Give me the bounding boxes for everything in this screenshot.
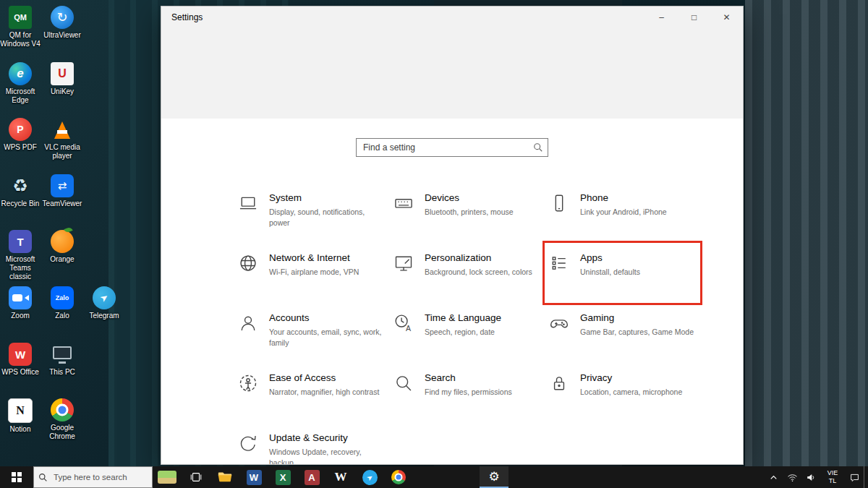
volume-tray-icon[interactable] [801, 466, 820, 488]
this-pc-icon [51, 343, 74, 366]
minimize-button[interactable]: – [645, 7, 678, 28]
tile-name: System [269, 192, 385, 205]
settings-tile-privacy[interactable]: Privacy Location, camera, microphone [545, 363, 700, 423]
settings-tile-network[interactable]: Network & Internet Wi-Fi, airplane mode,… [234, 243, 389, 303]
taskbar-search-input[interactable] [52, 472, 148, 482]
phone-icon [549, 193, 571, 216]
tile-desc: Game Bar, captures, Game Mode [580, 327, 694, 338]
desktop-icon-telegram[interactable]: ➤ Telegram [84, 286, 124, 320]
settings-tile-devices[interactable]: Devices Bluetooth, printers, mouse [389, 183, 545, 243]
desktop-icon-label: VLC media player [42, 143, 82, 160]
start-button[interactable] [0, 466, 33, 488]
desktop-icon-this-pc[interactable]: This PC [42, 343, 82, 377]
tile-desc: Narrator, magnifier, high contrast [269, 387, 379, 398]
settings-tile-accounts[interactable]: Accounts Your accounts, email, sync, wor… [234, 303, 389, 363]
system-icon [238, 193, 260, 216]
chrome-taskbar-icon[interactable] [384, 466, 413, 488]
news-interests-icon[interactable] [153, 466, 182, 488]
vlc-icon [51, 118, 74, 141]
orange-icon [51, 230, 74, 253]
desktop-icon-label: Microsoft Teams classic [0, 255, 41, 281]
tile-name: Ease of Access [269, 372, 379, 385]
settings-taskbar-icon[interactable]: ⚙ [480, 466, 509, 488]
tile-desc: Location, camera, microphone [580, 387, 682, 398]
desktop-icon-label: WPS Office [0, 368, 41, 377]
settings-tile-time-language[interactable]: A Time & Language Speech, region, date [389, 303, 545, 363]
desktop-icon-wps-office[interactable]: W WPS Office [0, 343, 41, 377]
desktop-icon-label: TeamViewer [42, 200, 82, 208]
wps-pdf-icon: P [9, 118, 32, 141]
action-center-icon [849, 472, 860, 483]
zalo-icon: Zalo [51, 286, 74, 309]
find-a-setting-input[interactable] [356, 138, 548, 157]
gear-icon: ⚙ [488, 469, 499, 484]
close-button[interactable]: ✕ [710, 7, 743, 28]
tile-desc: Your accounts, email, sync, work, family [269, 327, 385, 348]
wifi-icon [787, 472, 798, 483]
network-tray-icon[interactable] [783, 466, 801, 488]
word-icon[interactable]: W [239, 466, 268, 488]
desktop-icon-teams-classic[interactable]: T Microsoft Teams classic [0, 230, 41, 281]
tile-name: Privacy [580, 372, 682, 385]
settings-tile-phone[interactable]: Phone Link your Android, iPhone [545, 183, 700, 243]
teams-icon: T [9, 230, 32, 253]
taskbar-search[interactable] [33, 466, 153, 488]
desktop-icon-label: Orange [42, 255, 82, 264]
apps-icon [549, 253, 571, 276]
settings-tile-system[interactable]: System Display, sound, notifications, po… [234, 183, 389, 243]
desktop-icon-wps-pdf[interactable]: P WPS PDF [0, 118, 41, 152]
zoom-icon [9, 286, 32, 309]
gaming-controller-icon [549, 313, 571, 336]
desktop-icon-qm-for-windows[interactable]: QM QM for Windows V4 [0, 6, 41, 48]
language-indicator[interactable]: VIE TL [820, 469, 845, 486]
settings-window: Settings – □ ✕ System Display, sound, no… [161, 6, 744, 465]
svg-text:A: A [406, 324, 411, 333]
action-center-button[interactable] [845, 466, 864, 488]
desktop-icon-teamviewer[interactable]: ⇄ TeamViewer [42, 174, 82, 208]
desktop-icon-microsoft-edge[interactable]: e Microsoft Edge [0, 62, 41, 105]
settings-tile-personalization[interactable]: Personalization Background, lock screen,… [389, 243, 545, 303]
tile-desc: Windows Update, recovery, backup [269, 447, 385, 465]
tile-desc: Uninstall, defaults [580, 267, 640, 278]
settings-tile-search[interactable]: Search Find my files, permissions [389, 363, 545, 423]
desktop-icon-zalo[interactable]: Zalo Zalo [42, 286, 82, 320]
desktop-icon-ultraviewer[interactable]: ↻ UltraViewer [42, 6, 82, 40]
tile-desc: Wi-Fi, airplane mode, VPN [269, 267, 359, 278]
telegram-taskbar-icon[interactable]: ➤ [355, 466, 384, 488]
task-view-button[interactable] [182, 466, 210, 488]
settings-tile-apps[interactable]: Apps Uninstall, defaults [545, 243, 700, 303]
tile-name: Search [425, 372, 512, 385]
taskbar: W X A W ➤ ⚙ VIE TL [0, 466, 868, 488]
tile-desc: Background, lock screen, colors [425, 267, 532, 278]
desktop-icon-vlc[interactable]: VLC media player [42, 118, 82, 160]
excel-icon[interactable]: X [268, 466, 297, 488]
show-desktop-button[interactable] [864, 466, 868, 488]
desktop-icon-notion[interactable]: N Notion [0, 398, 41, 434]
settings-tile-update-security[interactable]: Update & Security Windows Update, recove… [234, 423, 389, 465]
desktop-icon-zoom[interactable]: Zoom [0, 286, 41, 320]
devices-icon [393, 193, 415, 216]
file-explorer-icon[interactable] [210, 466, 239, 488]
tile-desc: Bluetooth, printers, mouse [425, 207, 514, 218]
access-icon[interactable]: A [297, 466, 326, 488]
title-bar[interactable]: Settings – □ ✕ [161, 7, 743, 28]
settings-tile-ease-of-access[interactable]: Ease of Access Narrator, magnifier, high… [234, 363, 389, 423]
desktop-icon-orange[interactable]: Orange [42, 230, 82, 264]
edge-icon: e [9, 62, 32, 85]
teamviewer-icon: ⇄ [51, 174, 74, 197]
wikipedia-icon[interactable]: W [326, 466, 355, 488]
search-icon [533, 142, 543, 153]
system-tray: VIE TL [764, 466, 868, 488]
desktop-background-building [745, 0, 868, 488]
maximize-button[interactable]: □ [678, 7, 710, 28]
desktop-icon-label: Telegram [84, 312, 124, 320]
desktop-icon-recycle-bin[interactable]: ♻ Recycle Bin [0, 174, 41, 208]
tile-desc: Find my files, permissions [425, 387, 512, 398]
desktop-icon-unikey[interactable]: U UniKey [42, 62, 82, 96]
hidden-icons-chevron[interactable] [764, 466, 783, 488]
search-category-icon [393, 373, 415, 396]
tile-desc: Link your Android, iPhone [580, 207, 667, 218]
desktop-icon-google-chrome[interactable]: Google Chrome [42, 398, 82, 441]
tile-name: Personalization [425, 252, 532, 265]
settings-tile-gaming[interactable]: Gaming Game Bar, captures, Game Mode [545, 303, 700, 363]
